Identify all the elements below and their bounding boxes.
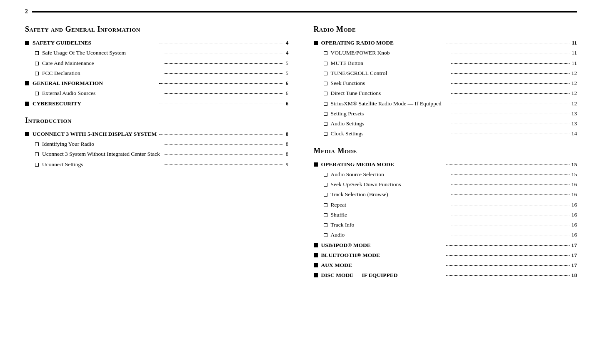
toc-page: 8 [286,130,289,138]
dot-leader [451,194,570,195]
toc-page: 15 [572,170,577,179]
dot-leader [446,43,570,43]
toc-label: Shuffle [331,211,450,219]
bullet-outline-icon [324,72,327,75]
toc-page: 17 [572,241,577,249]
bullet-outline-icon [324,233,327,237]
toc-label: AUX MODE [321,261,445,269]
section-title-safety: Safety and General Information [25,25,289,34]
section-title-media: Media Mode [314,147,577,155]
dot-leader [446,245,570,246]
list-item: Audio Source Selection 15 [314,170,577,179]
toc-page: 6 [286,100,289,108]
toc-media: OPERATING MEDIA MODE 15 Audio Source Sel… [314,160,577,280]
dot-leader [159,43,284,43]
toc-label: Care And Maintenance [42,59,162,67]
section-introduction: Introduction UCONNECT 3 WITH 5-INCH DISP… [25,116,289,169]
list-item: Direct Tune Functions 12 [314,89,577,97]
toc-radio: OPERATING RADIO MODE 11 VOLUME/POWER Kno… [314,39,577,138]
toc-page: 16 [572,180,577,189]
list-item: Seek Up/Seek Down Functions 16 [314,180,577,189]
toc-page: 16 [572,231,577,239]
list-item: Uconnect Settings 9 [25,160,289,169]
bullet-filled-icon [25,41,29,45]
list-item: MUTE Button 11 [314,59,577,67]
page-number: 2 [25,8,28,15]
list-item: UCONNECT 3 WITH 5-INCH DISPLAY SYSTEM 8 [25,130,289,138]
list-item: SAFETY GUIDELINES 4 [25,39,289,47]
dot-leader [164,93,284,94]
list-item: Track Selection (Browse) 16 [314,190,577,199]
toc-label: UCONNECT 3 WITH 5-INCH DISPLAY SYSTEM [32,130,157,138]
toc-label: Audio Source Selection [331,170,450,179]
toc-label: Repeat [331,201,450,209]
list-item: Setting Presets 13 [314,110,577,118]
list-item: External Audio Sources 6 [25,89,289,97]
list-item: Repeat 16 [314,201,577,209]
toc-page: 11 [572,39,577,47]
list-item: CYBERSECURITY 6 [25,100,289,108]
right-column: Radio Mode OPERATING RADIO MODE 11 VOLUM… [314,23,577,288]
bullet-outline-icon [35,92,39,95]
toc-page: 4 [286,49,289,57]
list-item: Seek Functions 12 [314,79,577,87]
dot-leader [159,134,284,135]
section-radio-mode: Radio Mode OPERATING RADIO MODE 11 VOLUM… [314,25,577,138]
toc-page: 17 [572,251,577,259]
toc-page: 12 [572,100,577,108]
bullet-filled-icon [314,253,318,257]
list-item: Uconnect 3 System Without Integrated Cen… [25,150,289,158]
bullet-filled-icon [314,162,318,167]
list-item: SiriusXM® Satellite Radio Mode — If Equi… [314,100,577,108]
dot-leader [164,165,284,165]
bullet-filled-icon [25,132,29,136]
toc-page: 16 [572,190,577,199]
toc-page: 16 [572,211,577,219]
toc-page: 14 [572,130,577,138]
toc-label: Audio Settings [331,120,450,128]
section-title-introduction: Introduction [25,116,289,125]
toc-page: 15 [572,160,577,169]
toc-label: OPERATING MEDIA MODE [321,160,445,169]
list-item: Identifying Your Radio 8 [25,140,289,148]
dot-leader [159,83,284,84]
toc-page: 12 [572,69,577,77]
bullet-filled-icon [25,81,29,85]
toc-page: 13 [572,110,577,118]
toc-label: GENERAL INFORMATION [32,79,157,87]
bullet-outline-icon [324,112,327,116]
toc-label: Uconnect Settings [42,160,162,169]
toc-label: OPERATING RADIO MODE [321,39,445,47]
toc-page: 18 [572,271,577,279]
list-item: FCC Declaration 5 [25,69,289,77]
toc-label: SAFETY GUIDELINES [32,39,157,47]
list-item: Audio 16 [314,231,577,239]
dot-leader [446,255,570,256]
bullet-outline-icon [324,203,327,207]
list-item: Shuffle 16 [314,211,577,219]
dot-leader [451,124,570,124]
toc-introduction: UCONNECT 3 WITH 5-INCH DISPLAY SYSTEM 8 … [25,130,289,169]
dot-leader [451,205,570,205]
dot-leader [164,154,284,155]
bullet-filled-icon [25,102,29,106]
left-column: Safety and General Information SAFETY GU… [25,23,289,288]
top-rule [32,11,577,12]
bullet-outline-icon [324,51,327,55]
toc-page: 13 [572,120,577,128]
toc-label: Clock Settings [331,130,450,138]
dot-leader [164,63,284,64]
bullet-outline-icon [324,173,327,177]
page-number-bar: 2 [25,8,577,15]
toc-page: 17 [572,261,577,269]
list-item: VOLUME/POWER Knob 11 [314,49,577,57]
dot-leader [446,165,570,165]
bullet-outline-icon [35,51,39,55]
toc-label: Seek Functions [331,79,450,87]
section-media-mode: Media Mode OPERATING MEDIA MODE 15 Audio… [314,147,577,280]
dot-leader [451,93,570,94]
toc-label: Seek Up/Seek Down Functions [331,180,450,189]
bullet-filled-icon [314,41,318,45]
bullet-filled-icon [314,243,318,247]
list-item: BLUETOOTH® MODE 17 [314,251,577,259]
